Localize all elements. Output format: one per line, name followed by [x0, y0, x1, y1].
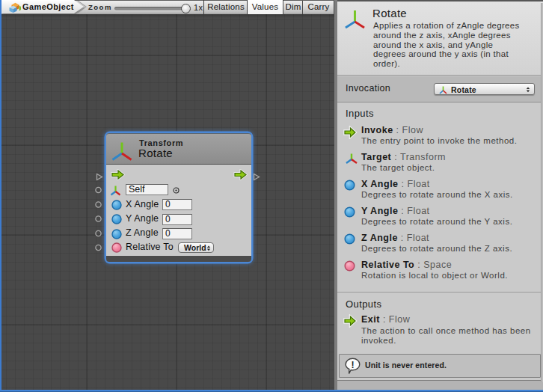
svg-text:!: !	[351, 360, 354, 370]
